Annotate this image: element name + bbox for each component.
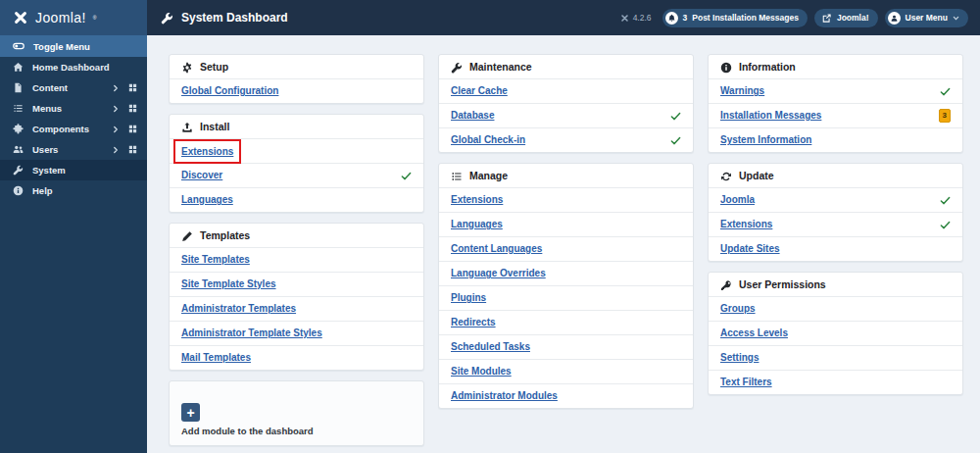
dashboard-link-row: Global Configuration <box>170 78 423 103</box>
link-manage-redirects[interactable]: Redirects <box>451 317 496 328</box>
link-information-warnings[interactable]: Warnings <box>720 85 764 97</box>
card-title: Information <box>739 61 796 74</box>
link-user-permissions-groups[interactable]: Groups <box>720 303 756 315</box>
add-module-plus-button[interactable]: + <box>181 403 200 422</box>
link-manage-scheduled-tasks[interactable]: Scheduled Tasks <box>451 341 530 353</box>
dashboard-link-row: Site Modules <box>439 359 693 383</box>
toggle-menu-button[interactable]: Toggle Menu <box>0 35 147 57</box>
link-install-discover[interactable]: Discover <box>181 170 222 181</box>
click-annotation-box: Extensions <box>173 139 241 164</box>
dashboard-link-row: Warnings <box>709 78 962 103</box>
external-link-icon <box>821 13 832 24</box>
link-information-system-information[interactable]: System Information <box>720 134 811 146</box>
wrench-icon <box>161 12 173 25</box>
grid-icon[interactable] <box>128 145 137 154</box>
link-maintenance-clear-cache[interactable]: Clear Cache <box>451 85 508 97</box>
link-maintenance-global-check-in[interactable]: Global Check-in <box>451 134 525 146</box>
sidebar-item-label: Users <box>32 144 103 155</box>
grid-icon[interactable] <box>128 104 137 113</box>
dashboard-content: SetupGlobal ConfigurationInstallExtensio… <box>147 35 980 453</box>
card-manage: ManageExtensionsLanguagesContent Languag… <box>438 163 694 409</box>
link-user-permissions-text-filters[interactable]: Text Filters <box>720 377 772 388</box>
dashboard-link-row: Redirects <box>439 310 693 334</box>
chevron-right-icon <box>112 146 120 154</box>
row-status <box>670 111 681 122</box>
rotate-icon <box>720 171 732 182</box>
upload-icon <box>181 122 193 133</box>
sidebar-item-menus[interactable]: Menus <box>0 98 147 119</box>
dashboard-link-row: Scheduled Tasks <box>439 334 693 359</box>
count-badge: 3 <box>939 109 951 123</box>
link-user-permissions-settings[interactable]: Settings <box>720 352 759 364</box>
dashboard-link-row: Extensions <box>709 212 962 236</box>
post-installation-messages-button[interactable]: 3 Post Installation Messages <box>662 9 808 27</box>
card-title: Templates <box>200 229 250 242</box>
card-header: User Permissions <box>709 273 962 296</box>
link-templates-site-templates[interactable]: Site Templates <box>181 254 250 266</box>
card-title: Maintenance <box>469 61 532 74</box>
link-update-update-sites[interactable]: Update Sites <box>720 243 780 255</box>
chevron-down-icon <box>953 15 959 22</box>
card-title: Manage <box>469 170 508 182</box>
sidebar-item-system[interactable]: System <box>0 160 147 180</box>
pen-icon <box>181 230 193 242</box>
add-module-panel[interactable]: +Add module to the dashboard <box>169 380 424 446</box>
link-maintenance-database[interactable]: Database <box>451 110 494 122</box>
toggle-menu-label: Toggle Menu <box>33 41 90 52</box>
post-install-count-badge: 3 <box>683 13 688 23</box>
row-status <box>401 171 412 181</box>
sidebar-item-components[interactable]: Components <box>0 119 147 139</box>
user-menu-button[interactable]: User Menu <box>885 9 968 27</box>
add-module-label: Add module to the dashboard <box>181 426 314 436</box>
sidebar-item-home-dashboard[interactable]: Home Dashboard <box>0 57 147 77</box>
link-manage-extensions[interactable]: Extensions <box>451 194 503 206</box>
logo-trademark: ® <box>93 15 97 21</box>
joomla-logo-icon <box>13 10 28 25</box>
page-title-label: System Dashboard <box>181 11 288 25</box>
card-header: Update <box>709 164 962 187</box>
link-setup-global-configuration[interactable]: Global Configuration <box>181 85 278 97</box>
link-manage-site-modules[interactable]: Site Modules <box>451 366 512 378</box>
sidebar-item-content[interactable]: Content <box>0 77 147 98</box>
link-manage-languages[interactable]: Languages <box>451 219 503 230</box>
card-header: Information <box>709 55 962 78</box>
wrench-icon <box>13 165 24 176</box>
check-icon <box>670 111 681 122</box>
dashboard-link-row: System Information <box>709 127 962 152</box>
users-icon <box>13 144 24 155</box>
link-manage-administrator-modules[interactable]: Administrator Modules <box>451 390 558 402</box>
check-icon <box>940 220 951 230</box>
link-install-extensions[interactable]: Extensions <box>181 146 233 157</box>
link-templates-mail-templates[interactable]: Mail Templates <box>181 352 251 364</box>
link-update-extensions[interactable]: Extensions <box>720 219 772 230</box>
card-templates: TemplatesSite TemplatesSite Template Sty… <box>169 223 424 371</box>
link-manage-plugins[interactable]: Plugins <box>451 292 486 304</box>
user-icon <box>888 12 901 25</box>
dashboard-link-row: Site Template Styles <box>170 272 423 296</box>
sidebar-item-users[interactable]: Users <box>0 139 147 160</box>
sidebar-menu: Home DashboardContentMenusComponentsUser… <box>0 57 147 201</box>
check-icon <box>670 135 681 146</box>
link-templates-administrator-template-styles[interactable]: Administrator Template Styles <box>181 327 322 339</box>
link-manage-content-languages[interactable]: Content Languages <box>451 243 542 255</box>
dashboard-column-2: MaintenanceClear CacheDatabaseGlobal Che… <box>438 54 694 409</box>
link-templates-administrator-templates[interactable]: Administrator Templates <box>181 303 296 315</box>
link-update-joomla[interactable]: Joomla <box>720 194 755 206</box>
sidebar-item-help[interactable]: Help <box>0 180 147 201</box>
joomla-site-button[interactable]: Joomla! <box>814 9 878 27</box>
link-install-languages[interactable]: Languages <box>181 194 233 206</box>
link-manage-language-overrides[interactable]: Language Overrides <box>451 268 546 279</box>
card-setup: SetupGlobal Configuration <box>169 54 424 104</box>
grid-icon[interactable] <box>128 83 137 92</box>
link-user-permissions-access-levels[interactable]: Access Levels <box>720 327 788 339</box>
dashboard-link-row: Clear Cache <box>439 78 693 103</box>
card-title: User Permissions <box>739 278 826 291</box>
key-icon <box>720 279 732 291</box>
card-header: Maintenance <box>439 55 693 78</box>
dashboard-link-row: Administrator Template Styles <box>170 321 423 345</box>
card-maintenance: MaintenanceClear CacheDatabaseGlobal Che… <box>438 54 694 153</box>
grid-icon[interactable] <box>128 125 137 133</box>
link-templates-site-template-styles[interactable]: Site Template Styles <box>181 278 276 290</box>
card-update: UpdateJoomlaExtensionsUpdate Sites <box>708 163 963 262</box>
link-information-installation-messages[interactable]: Installation Messages <box>720 110 821 122</box>
